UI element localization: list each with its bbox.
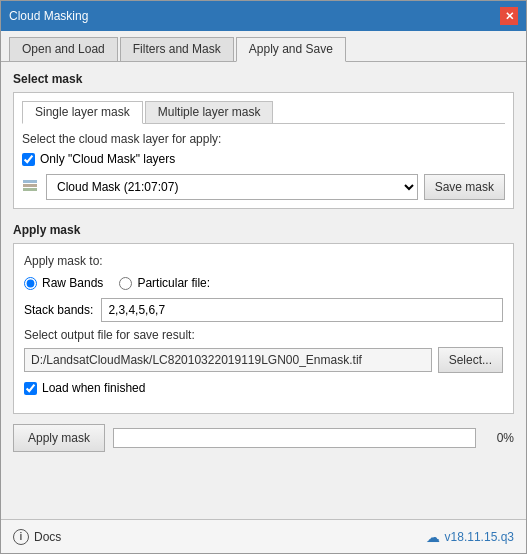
load-when-finished-row: Load when finished [24, 381, 503, 395]
select-mask-box: Single layer mask Multiple layer mask Se… [13, 92, 514, 209]
raw-bands-radio[interactable] [24, 277, 37, 290]
output-file-input[interactable] [24, 348, 432, 372]
load-when-finished-label[interactable]: Load when finished [42, 381, 145, 395]
version-label: v18.11.15.q3 [445, 530, 514, 544]
save-mask-button[interactable]: Save mask [424, 174, 505, 200]
close-button[interactable]: ✕ [500, 7, 518, 25]
only-cloud-mask-row: Only "Cloud Mask" layers [22, 152, 505, 166]
progress-bar-container [113, 428, 476, 448]
inner-tabs: Single layer mask Multiple layer mask [22, 101, 505, 124]
select-mask-title: Select mask [13, 72, 514, 86]
version-info: ☁ v18.11.15.q3 [426, 529, 514, 545]
only-cloud-mask-checkbox[interactable] [22, 153, 35, 166]
particular-file-option[interactable]: Particular file: [119, 276, 210, 290]
title-bar: Cloud Masking ✕ [1, 1, 526, 31]
progress-label: 0% [484, 431, 514, 445]
raw-bands-option[interactable]: Raw Bands [24, 276, 103, 290]
cloud-layer-label: Select the cloud mask layer for apply: [22, 132, 505, 146]
layer-icon [22, 179, 38, 195]
docs-link[interactable]: i Docs [13, 529, 61, 545]
load-when-finished-checkbox[interactable] [24, 382, 37, 395]
stack-bands-row: Stack bands: [24, 298, 503, 322]
svg-rect-0 [23, 184, 37, 187]
window-title: Cloud Masking [9, 9, 88, 23]
main-content: Select mask Single layer mask Multiple l… [1, 62, 526, 519]
cloud-mask-dropdown-row: Cloud Mask (21:07:07) Save mask [22, 174, 505, 200]
svg-rect-2 [23, 180, 37, 183]
select-mask-section: Select mask Single layer mask Multiple l… [13, 72, 514, 209]
output-file-row: Select... [24, 347, 503, 373]
particular-file-radio[interactable] [119, 277, 132, 290]
apply-mask-to-label: Apply mask to: [24, 254, 503, 268]
output-file-label: Select output file for save result: [24, 328, 503, 342]
apply-mask-title: Apply mask [13, 223, 514, 237]
info-icon: i [13, 529, 29, 545]
footer: i Docs ☁ v18.11.15.q3 [1, 519, 526, 553]
inner-tab-single-layer[interactable]: Single layer mask [22, 101, 143, 124]
window: Cloud Masking ✕ Open and Load Filters an… [0, 0, 527, 554]
tab-apply-save[interactable]: Apply and Save [236, 37, 346, 62]
only-cloud-mask-label[interactable]: Only "Cloud Mask" layers [40, 152, 175, 166]
inner-tab-multiple-layer[interactable]: Multiple layer mask [145, 101, 274, 123]
apply-progress-row: Apply mask 0% [13, 424, 514, 452]
docs-label: Docs [34, 530, 61, 544]
apply-mask-button[interactable]: Apply mask [13, 424, 105, 452]
radio-row: Raw Bands Particular file: [24, 276, 503, 290]
tab-filters-mask[interactable]: Filters and Mask [120, 37, 234, 61]
tab-open-load[interactable]: Open and Load [9, 37, 118, 61]
apply-mask-box: Apply mask to: Raw Bands Particular file… [13, 243, 514, 414]
svg-rect-1 [23, 188, 37, 191]
select-file-button[interactable]: Select... [438, 347, 503, 373]
stack-bands-input[interactable] [101, 298, 503, 322]
cloud-icon: ☁ [426, 529, 440, 545]
tabs-bar: Open and Load Filters and Mask Apply and… [1, 31, 526, 62]
stack-bands-label: Stack bands: [24, 303, 93, 317]
cloud-mask-dropdown[interactable]: Cloud Mask (21:07:07) [46, 174, 418, 200]
apply-mask-section: Apply mask Apply mask to: Raw Bands Part… [13, 223, 514, 414]
